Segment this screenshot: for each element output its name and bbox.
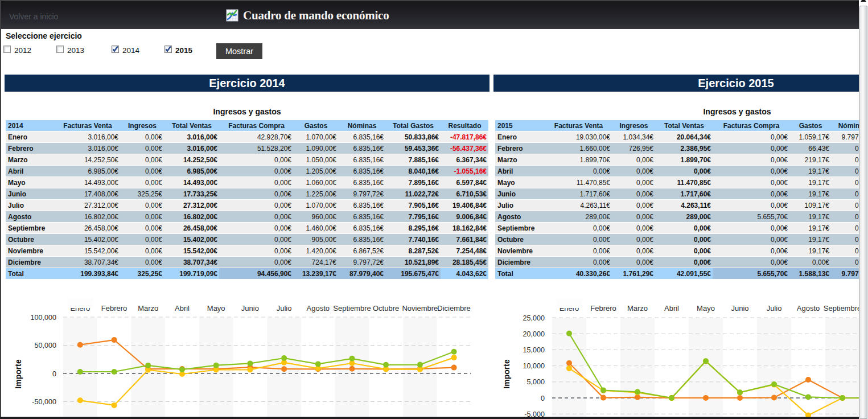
svg-text:Julio: Julio [767, 304, 782, 313]
svg-text:Diciembre: Diciembre [437, 304, 471, 313]
svg-text:100,000: 100,000 [30, 314, 56, 322]
svg-text:Febrero: Febrero [590, 304, 616, 313]
svg-text:-50,000: -50,000 [32, 398, 56, 406]
svg-text:Marzo: Marzo [627, 304, 648, 313]
svg-text:Mayo: Mayo [207, 304, 225, 313]
svg-text:Abril: Abril [664, 304, 679, 313]
svg-text:Septiembre: Septiembre [824, 304, 860, 313]
svg-text:Mayo: Mayo [697, 304, 715, 313]
svg-text:Importe: Importe [502, 359, 511, 389]
svg-text:Agosto: Agosto [797, 304, 820, 313]
svg-text:10,000: 10,000 [523, 362, 545, 370]
svg-text:Octubre: Octubre [373, 304, 399, 313]
svg-text:15,000: 15,000 [523, 346, 545, 354]
svg-text:Julio: Julio [277, 304, 292, 313]
svg-text:0: 0 [541, 395, 545, 402]
svg-text:0: 0 [52, 370, 56, 378]
svg-text:Junio: Junio [241, 304, 259, 313]
svg-text:Febrero: Febrero [101, 304, 127, 313]
svg-text:Importe: Importe [14, 359, 23, 389]
svg-text:50,000: 50,000 [34, 342, 56, 350]
svg-text:25,000: 25,000 [523, 314, 545, 322]
svg-text:Septiembre: Septiembre [333, 304, 371, 313]
svg-text:Junio: Junio [731, 304, 748, 313]
svg-text:Agosto: Agosto [307, 304, 330, 313]
svg-text:20,000: 20,000 [523, 330, 545, 338]
svg-text:Abril: Abril [175, 304, 190, 313]
svg-text:5,000: 5,000 [526, 378, 545, 386]
svg-text:Noviembre: Noviembre [402, 304, 438, 313]
svg-text:Marzo: Marzo [138, 304, 158, 313]
